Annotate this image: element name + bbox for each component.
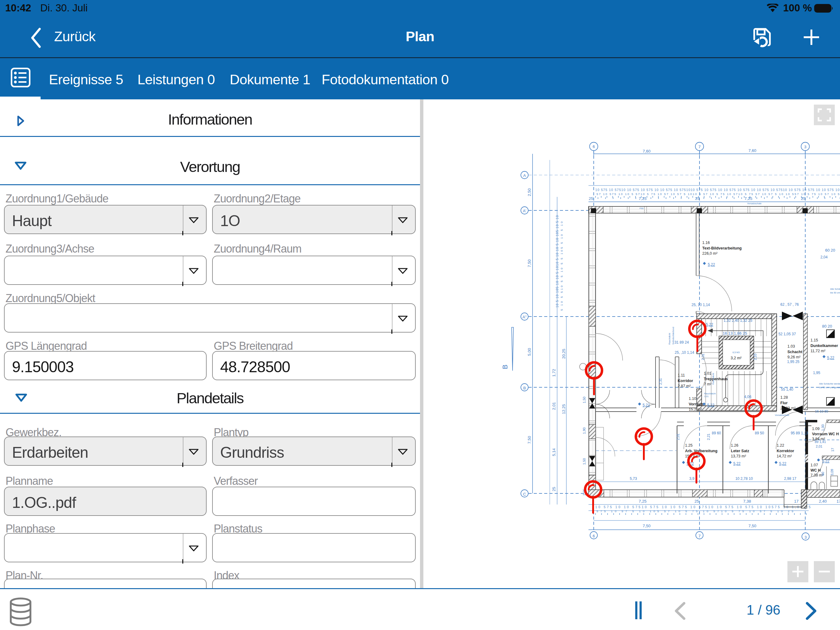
svg-text:Treppenhaus: Treppenhaus [704, 377, 728, 381]
svg-text:25: 25 [589, 196, 593, 201]
svg-text:Arb. Vorbereitung: Arb. Vorbereitung [685, 449, 717, 453]
svg-text:1,95: 1,95 [813, 371, 820, 375]
svg-text:5,22: 5,22 [827, 356, 834, 360]
svg-text:10 575 10 57510 10 575 10 575: 10 575 10 57510 10 575 10 575 10 10 575 … [595, 188, 839, 192]
svg-text:Vorsatzschale: Vorsatzschale [775, 414, 789, 416]
svg-text:7,25: 7,25 [639, 196, 646, 201]
svg-text:3,9: 3,9 [689, 476, 695, 481]
svg-text:1,00: 1,00 [821, 424, 825, 431]
svg-text:15,2 m²: 15,2 m² [689, 407, 702, 412]
svg-text:2,98 17: 2,98 17 [784, 476, 796, 481]
svg-text:89 60: 89 60 [712, 431, 721, 435]
svg-text:Rauchdicht: Rauchdicht [712, 373, 715, 385]
svg-text:Text-Bildverarbeitung: Text-Bildverarbeitung [702, 246, 742, 250]
svg-text:2,40: 2,40 [819, 499, 826, 503]
svg-text:Vorsatzschale: Vorsatzschale [747, 202, 762, 205]
svg-text:2,01: 2,01 [676, 434, 680, 440]
svg-text:2,01: 2,01 [552, 402, 556, 410]
svg-text:7,25: 7,25 [639, 499, 646, 503]
svg-text:1.11: 1.11 [677, 373, 685, 377]
svg-text:1.25: 1.25 [685, 443, 692, 448]
svg-text:Alle Schächte werden: Alle Schächte werden [830, 288, 840, 290]
svg-text:2,50: 2,50 [527, 188, 532, 196]
svg-text:10 5 10 105 10 10 5 1010 5 10: 10 5 10 105 10 10 5 1010 5 10 10 5 10 10… [555, 215, 559, 308]
svg-text:20,25: 20,25 [561, 349, 566, 359]
svg-text:1,50: 1,50 [583, 458, 586, 464]
svg-text:57 10 575 10 10 5 5710 5 75 10: 57 10 575 10 10 5 5710 5 75 10 57 10 57 … [597, 192, 839, 196]
svg-text:F90: F90 [639, 207, 644, 210]
svg-text:5,22: 5,22 [706, 322, 713, 327]
svg-text:1.03: 1.03 [788, 344, 795, 348]
svg-text:Vorraum: Vorraum [689, 402, 704, 406]
svg-text:1.01: 1.01 [704, 395, 709, 398]
svg-text:7: 7 [698, 144, 700, 149]
svg-text:1.01: 1.01 [704, 371, 711, 375]
svg-text:25: 25 [552, 487, 556, 491]
svg-text:5 10 5 510 5 5 10 5 5 105 5 10: 5 10 5 510 5 5 10 5 5 105 5 10 5 10 [560, 222, 563, 311]
svg-text:1,95 25: 1,95 25 [787, 359, 799, 364]
svg-text:7,50: 7,50 [527, 436, 532, 443]
svg-text:14,72 m²: 14,72 m² [777, 454, 792, 458]
svg-text:1.15: 1.15 [810, 338, 818, 342]
svg-text:226,0 m²: 226,0 m² [702, 251, 717, 256]
svg-text:60: 60 [821, 472, 825, 476]
svg-text:1.28: 1.28 [780, 395, 788, 400]
svg-text:9,26 m²: 9,26 m² [788, 355, 801, 359]
svg-text:Korrektor: Korrektor [777, 449, 794, 453]
svg-text:Leter Satz: Leter Satz [731, 449, 749, 453]
svg-text:A: A [523, 173, 526, 178]
svg-text:bis 50 cm über: bis 50 cm über [830, 291, 840, 294]
svg-text:7,60: 7,60 [643, 149, 650, 154]
svg-text:1.22: 1.22 [777, 443, 784, 448]
svg-text:7,25: 7,25 [744, 196, 752, 201]
svg-text:2,01: 2,01 [816, 445, 822, 448]
svg-text:A': A' [523, 209, 526, 213]
svg-text:5,22: 5,22 [779, 461, 786, 466]
svg-text:25: 25 [695, 499, 699, 503]
svg-text:Vorraum WC H: Vorraum WC H [812, 432, 839, 436]
svg-text:55 1,40: 55 1,40 [781, 387, 793, 392]
svg-text:80 20: 80 20 [822, 324, 832, 329]
svg-text:7 m²: 7 m² [704, 382, 712, 386]
svg-text:7,38: 7,38 [743, 499, 751, 503]
svg-text:25, ,10 1,14: 25, ,10 1,14 [674, 350, 694, 355]
svg-text:11,72 m²: 11,72 m² [810, 349, 825, 353]
svg-text:2,87 m²: 2,87 m² [677, 384, 691, 388]
svg-text:1,72: 1,72 [552, 369, 556, 377]
svg-text:Schacht: Schacht [788, 350, 802, 354]
svg-text:1.07: 1.07 [810, 463, 818, 467]
svg-text:B: B [501, 364, 509, 369]
svg-text:7,50: 7,50 [643, 524, 650, 528]
svg-text:16 13 1,86 25: 16 13 1,86 25 [723, 331, 747, 336]
svg-text:89 50: 89 50 [755, 431, 764, 435]
svg-text:25: 25 [695, 196, 699, 201]
svg-text:5,00: 5,00 [527, 348, 532, 356]
svg-text:2,31: 2,31 [701, 353, 705, 360]
svg-text:2,04: 2,04 [820, 255, 828, 259]
svg-text:95 89 1,13: 95 89 1,13 [791, 431, 808, 435]
svg-text:5,22: 5,22 [708, 263, 715, 267]
svg-text:Alle Schächte werden: Alle Schächte werden [819, 382, 840, 385]
svg-text:10 2,78 10: 10 2,78 10 [736, 476, 753, 481]
svg-text:bis 50 cm und genauert: bis 50 cm und genauert [819, 386, 840, 389]
svg-text:1,90: 1,90 [583, 427, 586, 434]
svg-text:1.16: 1.16 [702, 241, 710, 245]
svg-text:Rauchdicht: Rauchdicht [704, 392, 716, 395]
svg-text:12,25: 12,25 [561, 404, 566, 414]
svg-text:10 575 10 10 57510 575 10 10 5: 10 575 10 10 57510 575 10 10 575 10 5751… [595, 505, 810, 509]
svg-text:60 20: 60 20 [825, 248, 835, 253]
svg-text:A'': A'' [523, 315, 527, 319]
svg-text:1.26: 1.26 [731, 443, 738, 448]
svg-text:3: 3 [804, 535, 807, 540]
svg-text:3,84 m²: 3,84 m² [812, 437, 825, 441]
svg-text:16 10 80: 16 10 80 [815, 410, 828, 413]
svg-text:C: C [523, 492, 526, 497]
svg-text:5,22: 5,22 [822, 459, 829, 463]
svg-text:5,22: 5,22 [707, 403, 715, 407]
svg-text:2,10: 2,10 [753, 353, 757, 360]
svg-text:1.10: 1.10 [689, 397, 696, 401]
svg-text:3,09: 3,09 [830, 469, 834, 475]
svg-text:17: 17 [794, 499, 799, 503]
svg-text:13,73 m²: 13,73 m² [731, 454, 746, 458]
svg-text:6: 6 [592, 534, 595, 538]
